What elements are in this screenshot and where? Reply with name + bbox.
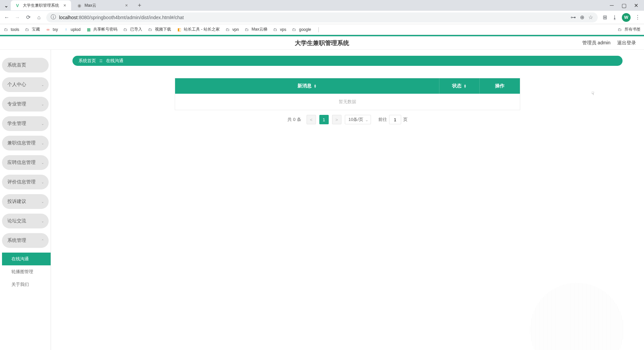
folder-icon: 🗀 bbox=[225, 27, 230, 32]
folder-icon: 🗀 bbox=[244, 27, 250, 32]
sidebar: 系统首页 个人中心⌄ 专业管理⌄ 学生管理⌄ 兼职信息管理⌄ 应聘信息管理⌄ 评… bbox=[0, 50, 51, 350]
sidebar-item-review[interactable]: 评价信息管理⌄ bbox=[2, 175, 49, 189]
upload-icon: ↑ bbox=[63, 27, 69, 32]
sidebar-item-profile[interactable]: 个人中心⌄ bbox=[2, 77, 49, 92]
tab-dropdown-icon[interactable]: ⌄ bbox=[3, 2, 9, 9]
sidebar-item-major[interactable]: 专业管理⌄ bbox=[2, 97, 49, 112]
folder-icon: 🗀 bbox=[291, 27, 297, 32]
sidebar-item-system[interactable]: 系统管理⌃ bbox=[2, 233, 49, 248]
sidebar-item-apply[interactable]: 应聘信息管理⌄ bbox=[2, 155, 49, 170]
folder-icon: 🗀 bbox=[273, 27, 278, 32]
sidebar-item-student[interactable]: 学生管理⌄ bbox=[2, 116, 49, 131]
table-wrap: 新消息 ▲▼ 状态 ▲▼ 操作 暂无数据 共 0 条 bbox=[175, 78, 520, 124]
bookmark-item[interactable]: ↑uplod bbox=[63, 27, 80, 32]
reload-icon[interactable]: ⟳ bbox=[25, 14, 32, 21]
bookmarks-bar: 🗀tools 🗀宝藏 ∞txy ↑uplod ▦共享帐号密码 🗀已导入 🗀视频下… bbox=[0, 24, 644, 35]
vue-icon: V bbox=[15, 3, 20, 8]
breadcrumb: 系统首页 ☰ 在线沟通 bbox=[72, 56, 623, 66]
sidebar-item-forum[interactable]: 论坛交流⌄ bbox=[2, 214, 49, 228]
column-message[interactable]: 新消息 ▲▼ bbox=[175, 78, 439, 94]
folder-icon: 🗀 bbox=[3, 27, 9, 32]
pagination-total: 共 0 条 bbox=[287, 117, 301, 123]
extensions-icon[interactable]: ⊞ bbox=[602, 14, 608, 20]
chevron-down-icon: ⌄ bbox=[41, 122, 44, 126]
app-title: 大学生兼职管理系统 bbox=[295, 39, 349, 47]
admin-label[interactable]: 管理员 admin bbox=[582, 40, 610, 46]
sort-icon: ▲▼ bbox=[314, 84, 317, 88]
all-bookmarks[interactable]: 🗀所有书签 bbox=[617, 27, 641, 32]
goto-input[interactable] bbox=[389, 115, 401, 124]
bookmark-item[interactable]: 🗀vps bbox=[273, 27, 286, 32]
profile-avatar[interactable]: W bbox=[622, 13, 631, 22]
page-size-select[interactable]: 10条/页 bbox=[345, 115, 371, 124]
breadcrumb-current: 在线沟通 bbox=[106, 58, 123, 64]
home-icon[interactable]: ⌂ bbox=[36, 14, 42, 21]
chevron-down-icon: ⌄ bbox=[41, 141, 44, 145]
minimize-icon[interactable]: ─ bbox=[608, 1, 616, 9]
maximize-icon[interactable]: ▢ bbox=[620, 1, 628, 9]
close-window-icon[interactable]: ✕ bbox=[632, 1, 640, 9]
sidebar-item-parttime[interactable]: 兼职信息管理⌄ bbox=[2, 136, 49, 150]
bookmark-item[interactable]: 🗀tools bbox=[3, 27, 19, 32]
address-bar: ← → ⟳ ⌂ ⓘ localhost:8080/springbooth4bmt… bbox=[0, 11, 644, 24]
downloads-icon[interactable]: ⭳ bbox=[612, 14, 618, 20]
close-icon[interactable]: × bbox=[124, 3, 129, 8]
bookmark-item[interactable]: 🗀宝藏 bbox=[24, 27, 40, 32]
bookmark-item[interactable]: ▦共享帐号密码 bbox=[86, 27, 117, 32]
chevron-down-icon: ⌄ bbox=[41, 200, 44, 204]
chevron-down-icon: ⌄ bbox=[41, 180, 44, 184]
breadcrumb-sep-icon: ☰ bbox=[99, 59, 103, 63]
bookmark-item[interactable]: 🗀google bbox=[291, 27, 311, 32]
sidebar-item-home[interactable]: 系统首页 bbox=[2, 58, 49, 73]
submenu-about[interactable]: 关于我们 bbox=[2, 278, 51, 291]
tab-title: 大学生兼职管理系统 bbox=[23, 3, 60, 8]
logout-link[interactable]: 退出登录 bbox=[617, 40, 636, 46]
tab-title: Max云 bbox=[85, 3, 121, 8]
prev-page-button[interactable]: < bbox=[307, 115, 316, 124]
sheet-icon: ▦ bbox=[86, 27, 91, 32]
chevron-down-icon: ⌄ bbox=[41, 83, 44, 87]
chevron-down-icon: ⌄ bbox=[41, 219, 44, 223]
submenu-carousel[interactable]: 轮播图管理 bbox=[2, 265, 51, 278]
submenu: 在线沟通 轮播图管理 关于我们 bbox=[2, 253, 51, 291]
browser-tab-inactive[interactable]: ◉ Max云 × bbox=[72, 0, 133, 10]
url-bar[interactable]: ⓘ localhost:8080/springbooth4bmt/admin/d… bbox=[46, 12, 598, 23]
install-icon[interactable]: ⊕ bbox=[579, 14, 585, 20]
pagination: 共 0 条 < 1 > 10条/页 前往 页 bbox=[175, 115, 520, 124]
main-layout: 系统首页 个人中心⌄ 专业管理⌄ 学生管理⌄ 兼职信息管理⌄ 应聘信息管理⌄ 评… bbox=[0, 50, 644, 350]
bookmark-item[interactable]: 🗀视频下载 bbox=[148, 27, 171, 32]
key-icon[interactable]: ⊶ bbox=[570, 14, 576, 20]
data-table: 新消息 ▲▼ 状态 ▲▼ 操作 暂无数据 bbox=[175, 78, 520, 110]
separator: | bbox=[318, 27, 319, 33]
bookmark-item[interactable]: ◧站长工具 - 站长之家 bbox=[176, 27, 220, 32]
new-tab-button[interactable]: + bbox=[135, 1, 144, 10]
cursor-icon: ☟ bbox=[591, 91, 594, 96]
folder-icon: 🗀 bbox=[617, 27, 623, 32]
table-empty: 暂无数据 bbox=[175, 94, 520, 110]
bookmark-item[interactable]: 🗀已导入 bbox=[123, 27, 142, 32]
page-goto: 前往 页 bbox=[378, 115, 408, 124]
breadcrumb-home[interactable]: 系统首页 bbox=[78, 58, 96, 64]
back-icon[interactable]: ← bbox=[3, 14, 10, 21]
close-icon[interactable]: × bbox=[62, 3, 67, 8]
link-icon: ∞ bbox=[45, 27, 51, 32]
page-number-button[interactable]: 1 bbox=[319, 115, 329, 124]
folder-icon: 🗀 bbox=[148, 27, 153, 32]
site-info-icon[interactable]: ⓘ bbox=[50, 14, 56, 20]
next-page-button[interactable]: > bbox=[332, 115, 341, 124]
app-header: 大学生兼职管理系统 管理员 admin 退出登录 bbox=[0, 36, 644, 50]
browser-tab-active[interactable]: V 大学生兼职管理系统 × bbox=[11, 0, 71, 10]
bookmark-item[interactable]: ∞txy bbox=[45, 27, 58, 32]
folder-icon: 🗀 bbox=[123, 27, 128, 32]
bookmark-item[interactable]: 🗀vpn bbox=[225, 27, 239, 32]
forward-icon[interactable]: → bbox=[14, 14, 21, 21]
tool-icon: ◧ bbox=[176, 27, 182, 32]
menu-icon[interactable]: ⋮ bbox=[635, 14, 641, 20]
column-action: 操作 bbox=[480, 78, 520, 94]
submenu-chat[interactable]: 在线沟通 bbox=[2, 253, 51, 265]
bookmark-item[interactable]: 🗀Max云梯 bbox=[244, 27, 267, 32]
star-icon[interactable]: ☆ bbox=[588, 14, 594, 20]
sidebar-item-complaint[interactable]: 投诉建议⌄ bbox=[2, 194, 49, 209]
table-header: 新消息 ▲▼ 状态 ▲▼ 操作 bbox=[175, 78, 520, 94]
column-status[interactable]: 状态 ▲▼ bbox=[439, 78, 480, 94]
